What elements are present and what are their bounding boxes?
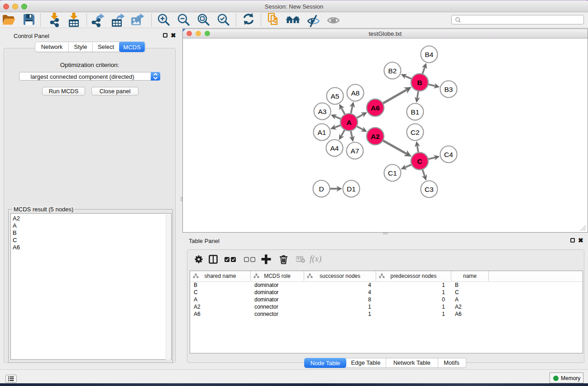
svg-text:C2: C2	[411, 129, 420, 136]
svg-text:A8: A8	[351, 89, 360, 97]
svg-text:A2: A2	[371, 133, 380, 140]
svg-text:D1: D1	[347, 185, 356, 193]
svg-text:C1: C1	[388, 169, 397, 177]
svg-text:B3: B3	[445, 86, 453, 93]
svg-text:A4: A4	[330, 144, 339, 152]
svg-text:A1: A1	[318, 129, 326, 136]
svg-text:A5: A5	[331, 92, 339, 100]
svg-text:A6: A6	[371, 104, 380, 112]
svg-text:f(x): f(x)	[310, 255, 321, 264]
svg-text:C4: C4	[444, 151, 453, 158]
svg-text:A3: A3	[318, 108, 327, 115]
svg-text:C3: C3	[425, 186, 434, 193]
svg-text:C: C	[417, 157, 422, 165]
svg-text:B4: B4	[425, 51, 434, 58]
svg-text:A7: A7	[351, 147, 359, 155]
svg-text:B: B	[417, 79, 422, 86]
svg-text:D: D	[319, 185, 324, 193]
svg-text:B2: B2	[388, 67, 397, 75]
svg-text:A: A	[346, 119, 351, 126]
svg-text:B1: B1	[411, 108, 420, 116]
